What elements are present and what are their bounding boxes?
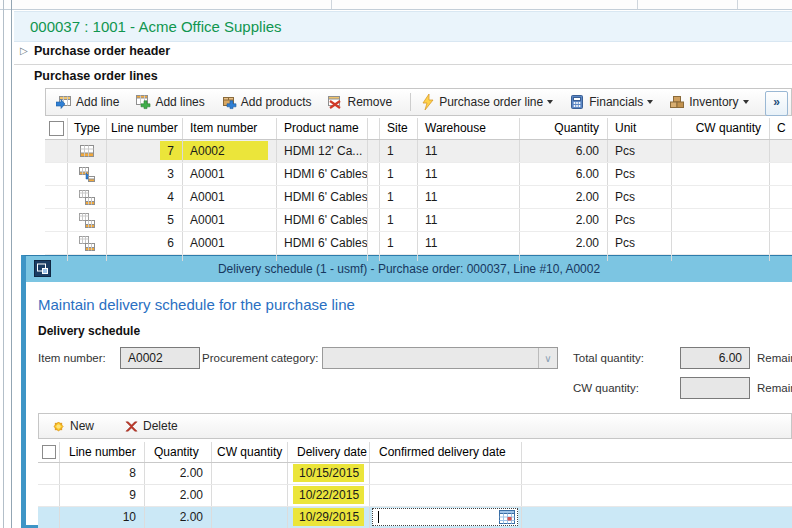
col-header-type[interactable]: Type [68,118,107,139]
col-header-spacer [368,118,380,139]
cw-quantity-field[interactable] [680,377,750,399]
po-lines-toolbar: Add line Add lines Add products [45,88,792,116]
col-header-cw-quantity[interactable]: CW quantity [212,442,288,462]
text-cursor [378,511,379,523]
new-button[interactable]: New [51,419,94,434]
col-header-line-number[interactable]: Line number [60,442,145,462]
row-checkbox-cell[interactable] [38,485,60,506]
grid-header-row: Line number Quantity CW quantity Deliver… [38,442,792,463]
purchase-order-line-label: Purchase order line [439,95,543,109]
new-label: New [70,419,94,433]
col-header-cw-quantity[interactable]: CW quantity [672,118,770,139]
col-header-quantity[interactable]: Quantity [520,118,608,139]
col-header-clipped[interactable]: C [770,118,792,139]
remove-icon [327,94,343,110]
toolbar-overflow-button[interactable]: » [765,91,788,116]
purchase-order-line-menu-button[interactable]: Purchase order line [421,94,553,110]
table-row[interactable]: 9 2.00 10/22/2015 [38,485,792,507]
lightning-icon [421,94,435,110]
empty-grid-row [45,255,792,261]
new-sunburst-icon [51,419,66,434]
dialog-heading: Maintain delivery schedule for the purch… [38,296,355,313]
select-all-checkbox[interactable] [45,118,68,139]
window-border-line [11,0,12,528]
procurement-category-dropdown[interactable]: ∨ [322,347,558,369]
row-checkbox-cell[interactable] [38,507,60,528]
date-picker-icon[interactable] [499,510,515,524]
col-header-line-number[interactable]: Line number [107,118,183,139]
row-checkbox-cell[interactable] [45,186,68,208]
select-all-checkbox[interactable] [38,442,60,462]
table-row[interactable]: 8 2.00 10/15/2015 [38,463,792,485]
chevron-down-icon [547,100,553,104]
section-label: Purchase order header [34,44,170,58]
col-header-delivery-date[interactable]: Delivery date [288,442,370,462]
divider [737,0,738,9]
row-checkbox-cell[interactable] [45,163,68,185]
col-header-quantity[interactable]: Quantity [145,442,212,462]
dialog-title: Delivery schedule (1 - usmf) - Purchase … [218,262,600,276]
schedule-line-icon [79,190,95,205]
remove-label: Remove [347,95,392,109]
col-header-confirmed-delivery-date[interactable]: Confirmed delivery date [370,442,522,462]
total-quantity-field[interactable]: 6.00 [680,347,750,369]
section-purchase-order-header[interactable]: ▷ Purchase order header [14,42,792,65]
remaining-label: Remaining [757,347,792,369]
expand-icon[interactable]: ▷ [20,45,28,56]
inventory-menu-button[interactable]: Inventory [669,94,748,110]
line-type-icon [79,144,95,158]
delete-label: Delete [143,419,178,433]
col-header-product-name[interactable]: Product name [277,118,368,139]
divider [331,0,332,9]
delivery-schedule-dialog: Delivery schedule (1 - usmf) - Purchase … [21,255,792,528]
divider [637,0,638,9]
table-row[interactable]: 5 A0001 HDMI 6' Cables 1 11 2.00 Pcs [45,209,792,232]
section-label-purchase-order-lines: Purchase order lines [34,69,158,83]
inventory-label: Inventory [689,95,738,109]
row-checkbox-cell[interactable] [45,232,68,254]
item-number-field[interactable]: A0002 [120,347,200,369]
schedule-line-icon [79,213,95,228]
table-row-selected[interactable]: 10 2.00 10/29/2015 [38,507,792,528]
chevron-down-icon [743,100,749,104]
col-header-site[interactable]: Site [380,118,418,139]
dropdown-button[interactable]: ∨ [538,348,557,368]
col-header-unit[interactable]: Unit [608,118,672,139]
table-row[interactable]: 4 A0001 HDMI 6' Cables 1 11 2.00 Pcs [45,186,792,209]
delivery-schedule-grid: Line number Quantity CW quantity Deliver… [38,442,792,528]
remaining-label: Remaining [757,377,792,399]
financials-menu-button[interactable]: Financials [569,94,653,110]
delete-button[interactable]: Delete [124,419,178,434]
chevron-down-icon: ∨ [544,353,551,364]
delete-x-icon [124,419,139,434]
add-line-label: Add line [76,95,119,109]
table-row[interactable]: 3 A0001 HDMI 6' Cables 1 11 6.00 Pcs [45,163,792,186]
table-row[interactable]: 7 A0002 HDMI 12' Ca... 1 11 6.00 Pcs [45,140,792,163]
dialog-body: Maintain delivery schedule for the purch… [26,282,792,525]
add-products-button[interactable]: Add products [221,94,312,110]
purchase-order-lines-grid: Type Line number Item number Product nam… [45,118,792,255]
remove-button[interactable]: Remove [327,94,392,110]
delivery-schedule-icon [79,167,95,182]
confirmed-delivery-date-input[interactable] [372,508,518,526]
row-checkbox-cell[interactable] [45,209,68,231]
table-row[interactable]: 6 A0001 HDMI 6' Cables 1 11 2.00 Pcs [45,232,792,255]
row-checkbox-cell[interactable] [45,140,68,162]
app-icon [34,260,51,277]
window-border-line [3,0,4,528]
add-lines-icon [135,94,151,110]
add-lines-label: Add lines [155,95,204,109]
dialog-toolbar: New Delete [38,413,792,439]
item-number-label: Item number: [38,347,106,369]
highlighted-date: 10/29/2015 [293,508,364,526]
add-line-button[interactable]: Add line [56,94,119,110]
col-header-item-number[interactable]: Item number [183,118,277,139]
cw-quantity-label: CW quantity: [573,377,639,399]
financials-label: Financials [589,95,643,109]
add-lines-button[interactable]: Add lines [135,94,204,110]
add-products-icon [221,94,237,110]
col-header-warehouse[interactable]: Warehouse [418,118,520,139]
group-label: Delivery schedule [38,324,140,338]
row-checkbox-cell[interactable] [38,463,60,484]
page-title: 000037 : 1001 - Acme Office Supplies [14,11,792,42]
